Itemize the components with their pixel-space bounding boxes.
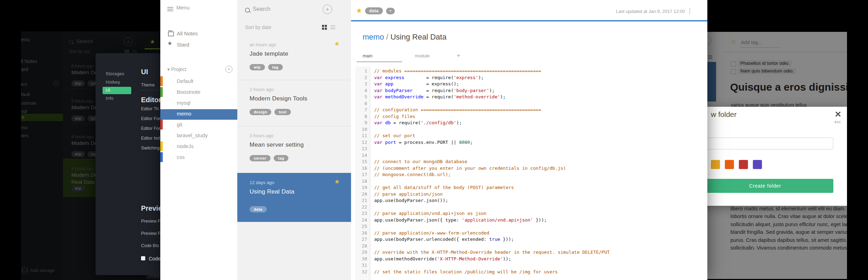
star-icon: ★: [334, 40, 340, 48]
line-number: 14: [355, 152, 367, 159]
code-line: 19// get all data/stuff of the body (POS…: [355, 184, 707, 191]
code-line: 3var app = express();: [355, 81, 707, 88]
tag-pill[interactable]: data: [365, 7, 383, 14]
line-number: 27: [355, 236, 367, 243]
tab-main[interactable]: main: [363, 53, 372, 58]
note-list-item[interactable]: 2 hours agoModern Design Toolsdesigntool: [237, 80, 351, 126]
code-block-checkbox[interactable]: [141, 256, 145, 260]
add-tag-button[interactable]: +: [386, 8, 395, 14]
folder-item[interactable]: nodeJs: [177, 141, 194, 152]
tag-pill[interactable]: wip: [250, 64, 265, 70]
note-title: Modern Design Tools: [250, 95, 307, 102]
more-options-icon[interactable]: ⋮: [687, 7, 693, 15]
active-tab-underline: [357, 61, 402, 62]
settings-item: Switching: [141, 146, 160, 150]
tag-pill[interactable]: tag: [274, 155, 288, 161]
project-header[interactable]: ▾ Project: [167, 66, 187, 72]
grid-view-icon[interactable]: [322, 25, 327, 30]
code-line: 23// parse application/vnd.api+json as j…: [355, 210, 707, 217]
note-list-item[interactable]: an hours ago★Jade templatewiptag: [237, 35, 351, 80]
code-line: 10: [355, 126, 707, 133]
folder-name-input[interactable]: [707, 138, 833, 149]
sort-by-dropdown[interactable]: Sort by date: [245, 24, 272, 30]
search-input[interactable]: Search: [253, 6, 271, 12]
color-swatch[interactable]: [725, 160, 734, 169]
note-title: Using Real Data: [250, 188, 294, 195]
main-window: Menu All Notes ★ Stard ▾ Project + Defau…: [160, 0, 707, 280]
line-number: 20: [355, 191, 367, 198]
sidebar-item-starred[interactable]: Stard: [177, 42, 189, 48]
menu-label[interactable]: Menu: [176, 5, 190, 10]
settings-section-title: Preview: [141, 204, 160, 212]
folder-item[interactable]: css: [177, 152, 185, 162]
color-swatch[interactable]: [753, 160, 762, 169]
close-icon[interactable]: ×: [835, 109, 841, 119]
settings-dialog: StoragesHotkeyUIInfo UI Theme Editor Edi…: [96, 53, 160, 275]
folder-color-swatches: [711, 160, 767, 170]
line-number: 29: [355, 249, 367, 256]
tag-pill[interactable]: design: [250, 109, 271, 115]
tag-pill[interactable]: tool: [274, 109, 290, 115]
code-line: 22: [355, 204, 707, 211]
folder-item[interactable]: Default: [177, 76, 194, 86]
note-list-item[interactable]: 12 days ago★Using Real Datadata: [237, 173, 351, 222]
star-icon: ★: [167, 40, 172, 47]
line-number: 5: [355, 94, 367, 100]
new-tab-button[interactable]: +: [457, 52, 460, 59]
line-number: 28: [355, 243, 367, 250]
code-line: 15// connect to our mongoDB database: [355, 159, 707, 165]
code-line: 11// set our port: [355, 133, 707, 139]
folder-item[interactable]: memo: [177, 108, 191, 119]
line-number: 15: [355, 159, 367, 165]
create-folder-button[interactable]: Create folder: [707, 179, 833, 193]
folder-item[interactable]: Boostnote: [177, 87, 201, 97]
line-number: 13: [355, 146, 367, 152]
tag-pill[interactable]: tag: [268, 64, 283, 70]
settings-nav-item[interactable]: Storages: [106, 71, 124, 76]
code-editor[interactable]: 1// modules ============================…: [351, 66, 707, 280]
color-swatch[interactable]: [711, 160, 720, 169]
folder-color-tab: [160, 152, 163, 162]
folder-item[interactable]: mysql: [177, 98, 190, 108]
settings-section-title: Editor: [141, 96, 160, 104]
tag-pill[interactable]: server: [250, 155, 271, 161]
new-note-button[interactable]: +: [323, 5, 332, 14]
star-toggle-icon[interactable]: ★: [356, 6, 362, 15]
line-number: 30: [355, 256, 367, 262]
new-folder-dialog: w folder × esc Create folder: [707, 107, 847, 206]
code-line: 21app.use(bodyParser.json());: [355, 197, 707, 204]
line-number: 31: [355, 262, 367, 269]
tab-module[interactable]: module: [415, 53, 430, 58]
color-swatch[interactable]: [739, 160, 748, 169]
tag-pill[interactable]: data: [250, 206, 267, 212]
folder-item[interactable]: laravel_study: [177, 130, 208, 141]
last-updated-label: Last updated at Jan.9, 2017 12:00: [616, 9, 685, 14]
breadcrumb-folder[interactable]: memo: [363, 33, 384, 41]
note-time: 2 hours ago: [250, 87, 274, 92]
hamburger-menu-icon[interactable]: [167, 7, 173, 12]
line-number: 21: [355, 197, 367, 204]
code-line: 9var db = require('./config/db');: [355, 120, 707, 126]
line-number: 22: [355, 204, 367, 211]
code-line: 17// mongoose.connect(db.url);: [355, 172, 707, 178]
settings-nav-item[interactable]: Hotkey: [106, 80, 120, 85]
folder-item[interactable]: git: [177, 119, 182, 130]
note-title: Using Real Data: [390, 33, 446, 41]
checkbox-label: Code B: [149, 256, 160, 261]
line-number: 25: [355, 223, 367, 230]
line-number: 6: [355, 100, 367, 107]
settings-item: Preview F: [141, 231, 160, 236]
list-view-icon[interactable]: [330, 25, 335, 30]
line-number: 10: [355, 126, 367, 133]
settings-item: Editor For: [141, 116, 160, 121]
new-folder-button[interactable]: +: [225, 66, 232, 73]
settings-nav-item[interactable]: Info: [106, 96, 113, 101]
settings-item: Editor Ind: [141, 136, 160, 141]
sidebar-item-all-notes[interactable]: All Notes: [177, 30, 198, 36]
note-list-item[interactable]: 3 hours agoMean server settingservertag: [237, 126, 351, 173]
settings-nav-active[interactable]: UI: [103, 87, 131, 94]
header-accent-line: [351, 20, 707, 21]
line-number: 26: [355, 230, 367, 237]
settings-section-title: UI: [141, 68, 148, 76]
code-line: 4var bodyParser = require('body-parser')…: [355, 88, 707, 94]
